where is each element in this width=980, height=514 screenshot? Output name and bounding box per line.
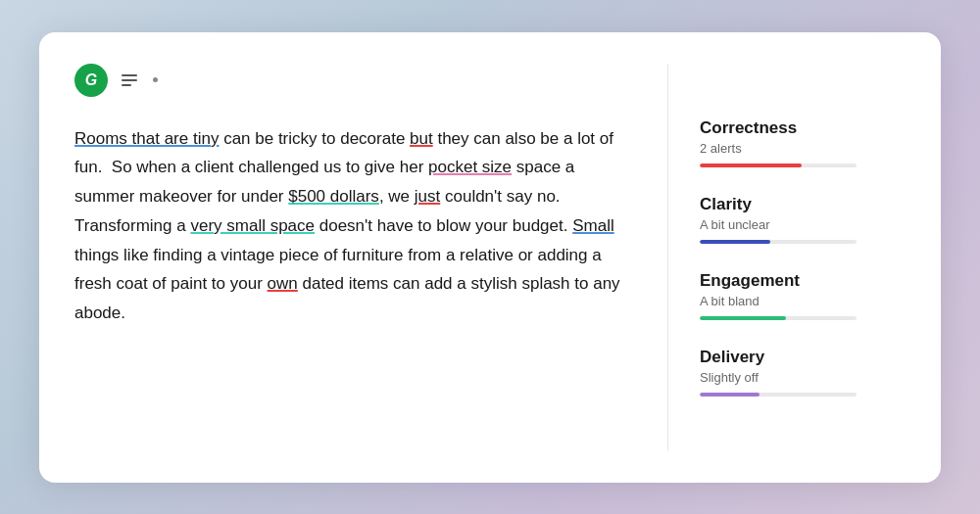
metric-engagement-subtitle: A bit bland: [700, 294, 906, 308]
underline-rooms-that-are-tiny: Rooms that are tiny: [74, 129, 219, 148]
metric-correctness-subtitle: 2 alerts: [700, 141, 906, 156]
underline-500-dollars: $500 dollars: [288, 187, 379, 206]
metric-clarity-title: Clarity: [700, 195, 906, 214]
metric-correctness-bar-fill: [700, 164, 802, 167]
metric-engagement-title: Engagement: [700, 271, 906, 291]
main-text-body: Rooms that are tiny can be tricky to dec…: [74, 124, 624, 328]
metric-engagement-bar-fill: [700, 316, 786, 320]
metric-delivery-subtitle: Slightly off: [700, 370, 906, 385]
underline-but: but: [410, 129, 433, 148]
metric-clarity-subtitle: A bit unclear: [700, 217, 906, 232]
metric-delivery-bar-container: [700, 393, 857, 397]
metric-clarity-bar-fill: [700, 240, 770, 244]
metric-correctness: Correctness 2 alerts: [700, 118, 906, 167]
underline-own: own: [268, 274, 298, 293]
panel-divider: [667, 64, 668, 451]
menu-icon[interactable]: [118, 70, 141, 90]
underline-very-small-space: very small space: [190, 216, 315, 235]
main-card: G Rooms that are tiny can be tricky to d…: [39, 32, 941, 483]
metric-clarity-bar-container: [700, 240, 857, 244]
right-panel: Correctness 2 alerts Clarity A bit uncle…: [680, 64, 906, 451]
metric-clarity: Clarity A bit unclear: [700, 195, 906, 244]
options-dot-icon: [153, 77, 158, 82]
metric-correctness-bar-container: [700, 164, 857, 167]
metric-engagement-bar-container: [700, 316, 857, 320]
left-panel: G Rooms that are tiny can be tricky to d…: [74, 64, 656, 451]
underline-pocket-size: pocket size: [428, 158, 512, 176]
metric-delivery-title: Delivery: [700, 348, 906, 367]
grammarly-icon[interactable]: G: [74, 64, 108, 97]
metric-engagement: Engagement A bit bland: [700, 271, 906, 320]
metric-delivery-bar-fill: [700, 393, 760, 397]
underline-small: Small: [572, 216, 614, 235]
metric-correctness-title: Correctness: [700, 118, 906, 138]
underline-just: just: [415, 187, 440, 206]
metric-delivery: Delivery Slightly off: [700, 348, 906, 397]
header-row: G: [74, 64, 624, 97]
